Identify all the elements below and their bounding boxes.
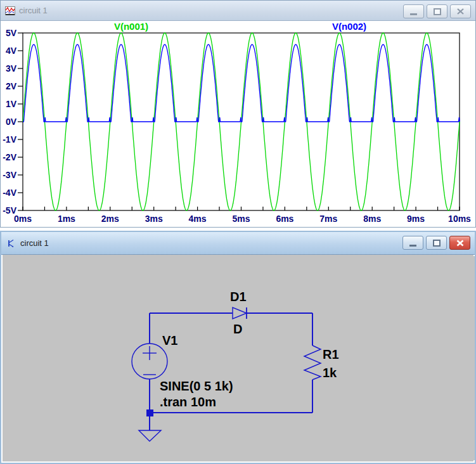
close-button[interactable]	[450, 4, 471, 18]
x-tick-label: 2ms	[101, 214, 119, 224]
x-tick-label: 9ms	[407, 214, 425, 224]
close-button[interactable]	[449, 236, 470, 250]
y-tick-label: 4V	[6, 46, 17, 56]
y-tick-label: 1V	[6, 99, 17, 109]
x-tick-label: 5ms	[232, 214, 250, 224]
restore-icon	[433, 240, 441, 247]
x-tick-label: 0ms	[14, 214, 32, 224]
ground-node-square[interactable]	[146, 409, 153, 416]
y-tick-label: 2V	[6, 81, 17, 91]
y-tick-label: -1V	[3, 134, 16, 145]
y-tick-label: 0V	[6, 117, 17, 127]
waveform-plot-area[interactable]: V(n001) V(n002) 5V4V3V2V1V0V-1V-2V-3V-4V…	[1, 21, 475, 227]
schematic-window: circuit 1	[0, 231, 476, 464]
y-tick-label: -4V	[3, 188, 16, 198]
x-tick-label: 3ms	[145, 214, 163, 224]
restore-icon	[434, 8, 441, 15]
x-tick-label: 7ms	[319, 214, 337, 224]
y-tick-label: -2V	[3, 152, 16, 162]
schematic-window-titlebar[interactable]: circuit 1	[1, 232, 475, 255]
ground-symbol[interactable]	[139, 430, 161, 441]
waveform-icon	[5, 6, 15, 16]
x-tick-label: 6ms	[276, 214, 293, 224]
close-icon	[456, 240, 464, 247]
minimize-icon	[410, 13, 417, 15]
minimize-button[interactable]	[403, 4, 424, 18]
resistor-R1[interactable]: R1 1k	[304, 345, 339, 380]
desktop: circuit 1 V(n001) V(n002)	[0, 0, 476, 464]
waveform-window-titlebar[interactable]: circuit 1	[1, 1, 475, 21]
spice-directive[interactable]: .tran 10m	[160, 395, 216, 409]
legend-vn001[interactable]: V(n001)	[114, 21, 148, 32]
diode-triangle	[233, 307, 247, 319]
x-tick-label: 8ms	[363, 214, 381, 224]
voltage-source-V1[interactable]: V1 SINE(0 5 1k)	[132, 333, 233, 393]
resistor-zigzag	[304, 345, 321, 380]
restore-button[interactable]	[426, 236, 447, 250]
source-value-label: SINE(0 5 1k)	[160, 379, 233, 393]
waveform-window: circuit 1 V(n001) V(n002)	[0, 0, 476, 228]
waveform-window-title: circuit 1	[19, 6, 48, 15]
legend-vn002[interactable]: V(n002)	[332, 21, 366, 32]
minimize-button[interactable]	[402, 236, 423, 250]
diode-value-label: D	[233, 322, 242, 336]
close-icon	[457, 8, 464, 15]
y-tick-label: 5V	[6, 28, 17, 38]
resistor-ref-label: R1	[323, 347, 339, 361]
diode-D1[interactable]: D1 D	[230, 290, 247, 336]
y-tick-label: -3V	[3, 170, 16, 180]
x-tick-label: 4ms	[189, 214, 207, 224]
x-tick-label: 10ms	[448, 214, 471, 224]
trace-V(n002)[interactable]	[23, 44, 460, 122]
x-tick-label: 1ms	[58, 214, 75, 224]
transistor-icon	[6, 238, 16, 248]
y-tick-label: 3V	[6, 63, 17, 74]
minimize-icon	[409, 245, 416, 247]
source-ref-label: V1	[162, 333, 177, 347]
schematic-window-title: circuit 1	[20, 238, 49, 248]
restore-button[interactable]	[427, 4, 447, 18]
diode-ref-label: D1	[230, 290, 247, 304]
schematic-canvas[interactable]: D1 D V1 SINE(0 5 1k) .tran 10m	[4, 256, 475, 460]
resistor-value-label: 1k	[323, 366, 337, 380]
